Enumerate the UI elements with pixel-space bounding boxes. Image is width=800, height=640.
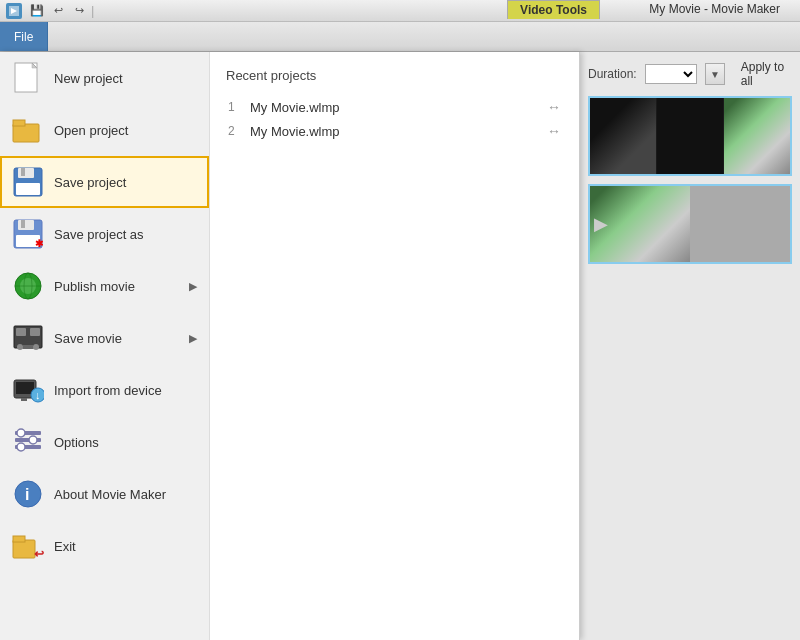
svg-rect-28 xyxy=(21,398,27,401)
menu-item-publish-movie[interactable]: Publish movie ▶ xyxy=(0,260,209,312)
apply-to-all[interactable]: Apply to all xyxy=(741,60,792,88)
recent-project-item-1[interactable]: 1 My Movie.wlmp ↔ xyxy=(226,95,563,119)
thumb-seg-3 xyxy=(724,98,790,174)
import-from-device-label: Import from device xyxy=(54,383,162,398)
recent-project-pin-2[interactable]: ↔ xyxy=(547,123,561,139)
play-arrow-icon: ▶ xyxy=(594,213,608,235)
recent-project-pin-1[interactable]: ↔ xyxy=(547,99,561,115)
video-thumbnail-1 xyxy=(588,96,792,176)
svg-rect-10 xyxy=(16,183,40,195)
open-project-label: Open project xyxy=(54,123,128,138)
video-tools-label: Video Tools xyxy=(520,3,587,17)
svg-rect-6 xyxy=(13,120,25,126)
menu-item-exit[interactable]: ↩ Exit xyxy=(0,520,209,572)
svg-text:↩: ↩ xyxy=(34,547,44,560)
publish-movie-arrow: ▶ xyxy=(189,280,197,293)
menu-item-import-from-device[interactable]: ↓ Import from device xyxy=(0,364,209,416)
recent-project-num-2: 2 xyxy=(228,124,242,138)
svg-rect-21 xyxy=(16,328,26,336)
svg-rect-9 xyxy=(21,168,25,176)
file-menu-sidebar: New project Open project S xyxy=(0,52,210,640)
undo-toolbar-btn[interactable]: ↩ xyxy=(49,2,67,20)
svg-text:✱: ✱ xyxy=(35,238,43,249)
svg-rect-40 xyxy=(13,536,25,542)
save-movie-label: Save movie xyxy=(54,331,122,346)
menu-item-about[interactable]: i About Movie Maker xyxy=(0,468,209,520)
thumb-seg-2 xyxy=(657,98,723,174)
duration-dropdown[interactable] xyxy=(645,64,698,84)
svg-point-35 xyxy=(29,436,37,444)
new-project-label: New project xyxy=(54,71,123,86)
import-icon: ↓ xyxy=(12,374,44,406)
down-arrow-icon: ▼ xyxy=(710,69,720,80)
menu-item-new-project[interactable]: New project xyxy=(0,52,209,104)
menu-item-save-project[interactable]: Save project xyxy=(0,156,209,208)
thumb-seg-1 xyxy=(590,98,656,174)
menu-item-save-project-as[interactable]: ✱ Save project as xyxy=(0,208,209,260)
save-project-as-icon: ✱ xyxy=(12,218,44,250)
toolbar: 💾 ↩ ↪ | xyxy=(28,0,94,22)
down-arrow-btn[interactable]: ▼ xyxy=(705,63,724,85)
editor-area: Duration: ▼ Apply to all ▶ xyxy=(580,52,800,640)
app-icon xyxy=(6,3,22,19)
menu-item-options[interactable]: Options xyxy=(0,416,209,468)
save-project-as-label: Save project as xyxy=(54,227,144,242)
redo-toolbar-btn[interactable]: ↪ xyxy=(70,2,88,20)
thumb-strip-1 xyxy=(590,98,790,174)
svg-point-24 xyxy=(33,344,39,350)
options-icon xyxy=(12,426,44,458)
menu-item-save-movie[interactable]: Save movie ▶ xyxy=(0,312,209,364)
file-tab[interactable]: File xyxy=(0,22,48,51)
editor-top-bar: Duration: ▼ Apply to all xyxy=(588,60,792,88)
about-icon: i xyxy=(12,478,44,510)
video-tools-tab[interactable]: Video Tools xyxy=(507,0,600,19)
recent-project-item-2[interactable]: 2 My Movie.wlmp ↔ xyxy=(226,119,563,143)
open-project-icon xyxy=(12,114,44,146)
svg-rect-22 xyxy=(30,328,40,336)
svg-rect-12 xyxy=(18,220,34,230)
recent-projects-title: Recent projects xyxy=(226,68,563,83)
svg-point-36 xyxy=(17,443,25,451)
file-menu-overlay: New project Open project S xyxy=(0,52,580,640)
recent-project-name-1: My Movie.wlmp xyxy=(250,100,539,115)
svg-point-23 xyxy=(17,344,23,350)
svg-text:i: i xyxy=(25,486,29,503)
svg-text:↓: ↓ xyxy=(35,389,41,401)
publish-movie-icon xyxy=(12,270,44,302)
svg-rect-39 xyxy=(13,540,35,558)
app-title: My Movie - Movie Maker xyxy=(649,2,780,16)
save-toolbar-btn[interactable]: 💾 xyxy=(28,2,46,20)
options-label: Options xyxy=(54,435,99,450)
publish-movie-label: Publish movie xyxy=(54,279,135,294)
ribbon: File xyxy=(0,22,800,52)
about-label: About Movie Maker xyxy=(54,487,166,502)
video-thumbnail-2: ▶ xyxy=(588,184,792,264)
recent-project-name-2: My Movie.wlmp xyxy=(250,124,539,139)
save-project-icon xyxy=(12,166,44,198)
file-menu-content: Recent projects 1 My Movie.wlmp ↔ 2 My M… xyxy=(210,52,579,640)
new-project-icon xyxy=(12,62,44,94)
exit-label: Exit xyxy=(54,539,76,554)
toolbar-separator: | xyxy=(91,3,94,18)
svg-point-34 xyxy=(17,429,25,437)
save-movie-arrow: ▶ xyxy=(189,332,197,345)
file-tab-label: File xyxy=(14,30,33,44)
svg-rect-13 xyxy=(21,220,25,228)
svg-rect-25 xyxy=(23,345,33,349)
save-movie-icon xyxy=(12,322,44,354)
duration-label: Duration: xyxy=(588,67,637,81)
svg-rect-8 xyxy=(18,168,34,178)
exit-icon: ↩ xyxy=(12,530,44,562)
menu-item-open-project[interactable]: Open project xyxy=(0,104,209,156)
save-project-label: Save project xyxy=(54,175,126,190)
svg-rect-5 xyxy=(13,124,39,142)
title-bar: 💾 ↩ ↪ | Video Tools My Movie - Movie Mak… xyxy=(0,0,800,22)
recent-project-num-1: 1 xyxy=(228,100,242,114)
